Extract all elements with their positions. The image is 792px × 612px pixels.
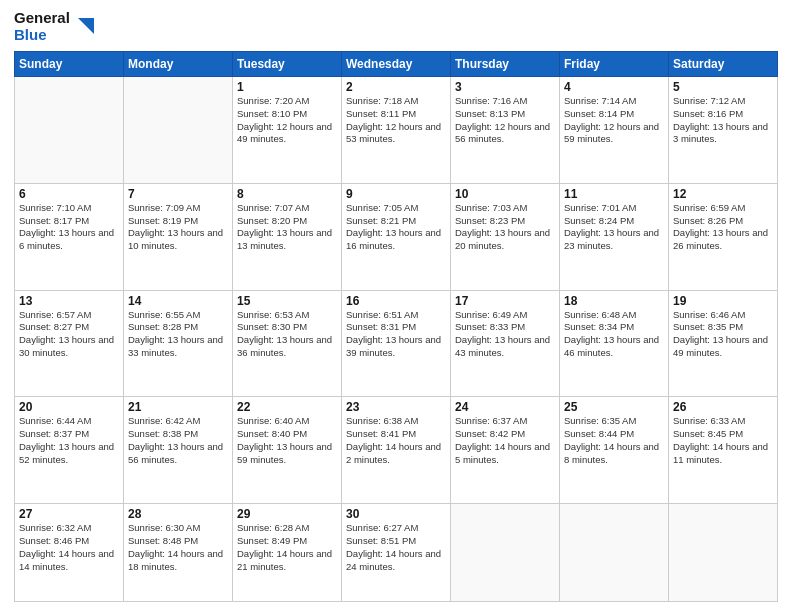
weekday-header-wednesday: Wednesday xyxy=(342,52,451,77)
calendar-cell: 17Sunrise: 6:49 AM Sunset: 8:33 PM Dayli… xyxy=(451,290,560,397)
calendar-cell: 5Sunrise: 7:12 AM Sunset: 8:16 PM Daylig… xyxy=(669,77,778,184)
day-number: 19 xyxy=(673,294,773,308)
weekday-header-friday: Friday xyxy=(560,52,669,77)
day-number: 18 xyxy=(564,294,664,308)
day-info: Sunrise: 6:46 AM Sunset: 8:35 PM Dayligh… xyxy=(673,309,773,360)
day-number: 7 xyxy=(128,187,228,201)
day-number: 13 xyxy=(19,294,119,308)
day-number: 2 xyxy=(346,80,446,94)
day-number: 24 xyxy=(455,400,555,414)
day-number: 11 xyxy=(564,187,664,201)
day-number: 22 xyxy=(237,400,337,414)
day-number: 17 xyxy=(455,294,555,308)
day-info: Sunrise: 6:28 AM Sunset: 8:49 PM Dayligh… xyxy=(237,522,337,573)
calendar-week-3: 13Sunrise: 6:57 AM Sunset: 8:27 PM Dayli… xyxy=(15,290,778,397)
day-info: Sunrise: 7:18 AM Sunset: 8:11 PM Dayligh… xyxy=(346,95,446,146)
day-info: Sunrise: 6:59 AM Sunset: 8:26 PM Dayligh… xyxy=(673,202,773,253)
day-number: 25 xyxy=(564,400,664,414)
day-info: Sunrise: 6:51 AM Sunset: 8:31 PM Dayligh… xyxy=(346,309,446,360)
calendar-page: General Blue SundayMondayTuesdayWednesda… xyxy=(0,0,792,612)
day-info: Sunrise: 7:16 AM Sunset: 8:13 PM Dayligh… xyxy=(455,95,555,146)
calendar-cell xyxy=(15,77,124,184)
day-info: Sunrise: 6:44 AM Sunset: 8:37 PM Dayligh… xyxy=(19,415,119,466)
calendar-cell: 13Sunrise: 6:57 AM Sunset: 8:27 PM Dayli… xyxy=(15,290,124,397)
calendar-cell: 9Sunrise: 7:05 AM Sunset: 8:21 PM Daylig… xyxy=(342,183,451,290)
calendar-cell xyxy=(124,77,233,184)
calendar-cell: 7Sunrise: 7:09 AM Sunset: 8:19 PM Daylig… xyxy=(124,183,233,290)
day-info: Sunrise: 7:05 AM Sunset: 8:21 PM Dayligh… xyxy=(346,202,446,253)
logo-blue: Blue xyxy=(14,27,70,44)
day-info: Sunrise: 6:38 AM Sunset: 8:41 PM Dayligh… xyxy=(346,415,446,466)
calendar-week-4: 20Sunrise: 6:44 AM Sunset: 8:37 PM Dayli… xyxy=(15,397,778,504)
calendar-cell xyxy=(669,504,778,602)
day-info: Sunrise: 6:27 AM Sunset: 8:51 PM Dayligh… xyxy=(346,522,446,573)
day-number: 9 xyxy=(346,187,446,201)
day-info: Sunrise: 7:20 AM Sunset: 8:10 PM Dayligh… xyxy=(237,95,337,146)
logo-icon xyxy=(72,14,94,36)
weekday-header-saturday: Saturday xyxy=(669,52,778,77)
calendar-cell: 2Sunrise: 7:18 AM Sunset: 8:11 PM Daylig… xyxy=(342,77,451,184)
calendar-cell: 11Sunrise: 7:01 AM Sunset: 8:24 PM Dayli… xyxy=(560,183,669,290)
calendar-table: SundayMondayTuesdayWednesdayThursdayFrid… xyxy=(14,51,778,602)
calendar-cell: 24Sunrise: 6:37 AM Sunset: 8:42 PM Dayli… xyxy=(451,397,560,504)
calendar-cell xyxy=(451,504,560,602)
calendar-cell: 4Sunrise: 7:14 AM Sunset: 8:14 PM Daylig… xyxy=(560,77,669,184)
day-info: Sunrise: 6:55 AM Sunset: 8:28 PM Dayligh… xyxy=(128,309,228,360)
day-number: 20 xyxy=(19,400,119,414)
day-info: Sunrise: 7:12 AM Sunset: 8:16 PM Dayligh… xyxy=(673,95,773,146)
calendar-cell xyxy=(560,504,669,602)
calendar-cell: 3Sunrise: 7:16 AM Sunset: 8:13 PM Daylig… xyxy=(451,77,560,184)
day-info: Sunrise: 6:49 AM Sunset: 8:33 PM Dayligh… xyxy=(455,309,555,360)
calendar-cell: 20Sunrise: 6:44 AM Sunset: 8:37 PM Dayli… xyxy=(15,397,124,504)
logo-general: General xyxy=(14,10,70,27)
calendar-cell: 14Sunrise: 6:55 AM Sunset: 8:28 PM Dayli… xyxy=(124,290,233,397)
calendar-cell: 22Sunrise: 6:40 AM Sunset: 8:40 PM Dayli… xyxy=(233,397,342,504)
day-info: Sunrise: 7:07 AM Sunset: 8:20 PM Dayligh… xyxy=(237,202,337,253)
calendar-cell: 30Sunrise: 6:27 AM Sunset: 8:51 PM Dayli… xyxy=(342,504,451,602)
day-number: 23 xyxy=(346,400,446,414)
day-info: Sunrise: 6:42 AM Sunset: 8:38 PM Dayligh… xyxy=(128,415,228,466)
calendar-cell: 1Sunrise: 7:20 AM Sunset: 8:10 PM Daylig… xyxy=(233,77,342,184)
day-info: Sunrise: 6:30 AM Sunset: 8:48 PM Dayligh… xyxy=(128,522,228,573)
day-number: 26 xyxy=(673,400,773,414)
calendar-cell: 16Sunrise: 6:51 AM Sunset: 8:31 PM Dayli… xyxy=(342,290,451,397)
weekday-header-thursday: Thursday xyxy=(451,52,560,77)
calendar-week-2: 6Sunrise: 7:10 AM Sunset: 8:17 PM Daylig… xyxy=(15,183,778,290)
calendar-cell: 12Sunrise: 6:59 AM Sunset: 8:26 PM Dayli… xyxy=(669,183,778,290)
day-number: 15 xyxy=(237,294,337,308)
calendar-cell: 23Sunrise: 6:38 AM Sunset: 8:41 PM Dayli… xyxy=(342,397,451,504)
day-info: Sunrise: 7:03 AM Sunset: 8:23 PM Dayligh… xyxy=(455,202,555,253)
day-number: 29 xyxy=(237,507,337,521)
day-number: 14 xyxy=(128,294,228,308)
day-number: 28 xyxy=(128,507,228,521)
day-info: Sunrise: 6:48 AM Sunset: 8:34 PM Dayligh… xyxy=(564,309,664,360)
day-info: Sunrise: 6:57 AM Sunset: 8:27 PM Dayligh… xyxy=(19,309,119,360)
day-number: 5 xyxy=(673,80,773,94)
day-number: 12 xyxy=(673,187,773,201)
day-number: 3 xyxy=(455,80,555,94)
weekday-header-monday: Monday xyxy=(124,52,233,77)
svg-marker-0 xyxy=(78,18,94,34)
day-info: Sunrise: 7:01 AM Sunset: 8:24 PM Dayligh… xyxy=(564,202,664,253)
calendar-cell: 18Sunrise: 6:48 AM Sunset: 8:34 PM Dayli… xyxy=(560,290,669,397)
day-number: 27 xyxy=(19,507,119,521)
calendar-cell: 21Sunrise: 6:42 AM Sunset: 8:38 PM Dayli… xyxy=(124,397,233,504)
day-number: 6 xyxy=(19,187,119,201)
day-info: Sunrise: 7:09 AM Sunset: 8:19 PM Dayligh… xyxy=(128,202,228,253)
calendar-cell: 29Sunrise: 6:28 AM Sunset: 8:49 PM Dayli… xyxy=(233,504,342,602)
day-info: Sunrise: 6:53 AM Sunset: 8:30 PM Dayligh… xyxy=(237,309,337,360)
day-info: Sunrise: 7:10 AM Sunset: 8:17 PM Dayligh… xyxy=(19,202,119,253)
calendar-cell: 28Sunrise: 6:30 AM Sunset: 8:48 PM Dayli… xyxy=(124,504,233,602)
calendar-cell: 15Sunrise: 6:53 AM Sunset: 8:30 PM Dayli… xyxy=(233,290,342,397)
day-number: 8 xyxy=(237,187,337,201)
logo-wordmark: General Blue xyxy=(14,10,70,43)
calendar-cell: 6Sunrise: 7:10 AM Sunset: 8:17 PM Daylig… xyxy=(15,183,124,290)
day-info: Sunrise: 6:37 AM Sunset: 8:42 PM Dayligh… xyxy=(455,415,555,466)
calendar-cell: 19Sunrise: 6:46 AM Sunset: 8:35 PM Dayli… xyxy=(669,290,778,397)
day-number: 16 xyxy=(346,294,446,308)
logo: General Blue xyxy=(14,10,94,43)
day-number: 10 xyxy=(455,187,555,201)
day-number: 1 xyxy=(237,80,337,94)
day-number: 30 xyxy=(346,507,446,521)
calendar-week-5: 27Sunrise: 6:32 AM Sunset: 8:46 PM Dayli… xyxy=(15,504,778,602)
